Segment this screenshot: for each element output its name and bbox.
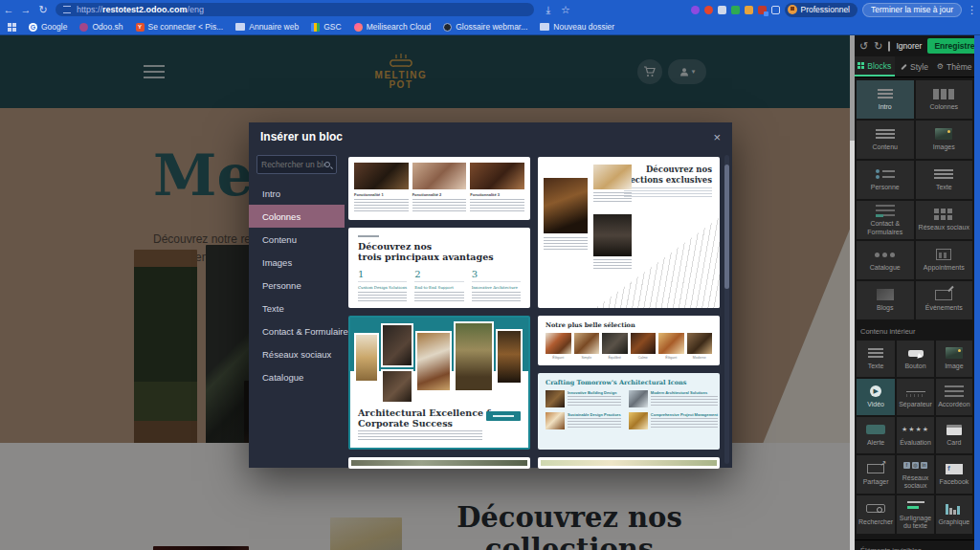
modal-scrollbar[interactable] xyxy=(724,155,729,464)
inner-surlignage[interactable]: Surlignage du texte xyxy=(897,495,934,534)
snippet-category-images[interactable]: Images xyxy=(916,121,973,159)
category-texte[interactable]: Texte xyxy=(256,297,337,319)
category-reseaux-sociaux[interactable]: Réseaux sociaux xyxy=(256,342,337,365)
inner-alerte[interactable]: Alerte xyxy=(857,417,895,453)
tab-style[interactable]: Style xyxy=(895,56,935,77)
category-personne[interactable]: Personne xyxy=(256,274,337,297)
bookmark-glossaire[interactable]: Glossaire webmar... xyxy=(443,22,527,32)
save-button[interactable]: Enregistrer xyxy=(927,38,980,54)
snippet-category-catalogue[interactable]: Catalogue xyxy=(857,241,914,279)
extension-badge-icon[interactable] xyxy=(758,6,767,14)
separator-icon xyxy=(906,391,925,398)
inner-card[interactable]: Card xyxy=(936,417,972,453)
block-search[interactable] xyxy=(256,155,337,174)
category-colonnes[interactable]: Colonnes xyxy=(249,205,345,228)
blog-icon xyxy=(877,289,894,300)
snippet-preview-advantages[interactable]: Découvrez nostrois principaux avantages … xyxy=(348,228,530,308)
snippet-category-contact[interactable]: Contact & Formulaires xyxy=(857,201,914,239)
site-settings-icon[interactable] xyxy=(63,6,71,13)
bookmarks-bar: Google Odoo.sh Se connecter < Pis... Ann… xyxy=(0,19,980,35)
tab-blocks[interactable]: Blocks xyxy=(855,56,895,77)
snippet-preview-partial[interactable] xyxy=(538,457,720,469)
inner-image[interactable]: Image xyxy=(936,341,972,377)
inner-facebook[interactable]: Facebook xyxy=(936,455,972,494)
address-bar[interactable]: https://restotest2.odoo.com/eng xyxy=(56,3,534,16)
inner-reseaux-sociaux[interactable]: f◎inRéseaux sociaux xyxy=(897,455,934,494)
folder-icon xyxy=(540,23,549,31)
snippet-preview-partial[interactable] xyxy=(348,457,530,469)
snippet-category-personne[interactable]: Personne xyxy=(857,161,914,199)
inner-rechercher[interactable]: Rechercher xyxy=(857,495,895,534)
bookmark-google[interactable]: Google xyxy=(29,22,67,32)
apps-grid-icon[interactable] xyxy=(8,23,16,32)
search-input[interactable] xyxy=(261,160,324,169)
save-page-icon[interactable]: ⤓ xyxy=(540,4,557,16)
extension-icon[interactable] xyxy=(731,6,740,14)
bookmark-annuaire-web[interactable]: Annuaire web xyxy=(235,22,299,32)
extensions-puzzle-icon[interactable] xyxy=(771,6,780,14)
inner-texte[interactable]: Texte xyxy=(857,341,895,377)
dialog-title: Insérer un bloc xyxy=(260,130,343,143)
bookmark-odoo-sh[interactable]: Odoo.sh xyxy=(79,22,122,32)
bookmark-nouveau-dossier[interactable]: Nouveau dossier xyxy=(540,22,614,32)
preview-photo xyxy=(546,333,571,354)
inner-accordeon[interactable]: Accordéon xyxy=(936,379,972,415)
preview-photo xyxy=(415,331,452,392)
gear-icon: ⚙ xyxy=(937,62,944,71)
forward-icon[interactable]: → xyxy=(17,4,34,15)
snippet-category-blogs[interactable]: Blogs xyxy=(857,281,914,319)
snippet-category-appointments[interactable]: Appointments xyxy=(916,241,973,279)
text-icon xyxy=(934,169,953,179)
snippet-category-reseaux-sociaux[interactable]: Réseaux sociaux xyxy=(916,201,973,239)
profile-chip[interactable]: Professionnel xyxy=(785,3,858,17)
snippet-preview-masonry-selected[interactable]: Architectural Excellence forCorporate Su… xyxy=(348,316,530,450)
bookmark-meilisearch[interactable]: Meilisearch Cloud xyxy=(354,22,432,32)
bookmark-star-icon[interactable]: ☆ xyxy=(557,4,574,16)
inner-bouton[interactable]: Bouton xyxy=(897,341,934,377)
extension-icon[interactable] xyxy=(704,6,713,14)
close-icon[interactable]: × xyxy=(713,130,721,144)
button-icon xyxy=(908,350,924,357)
tab-theme[interactable]: ⚙Thème xyxy=(934,56,974,77)
snippet-category-intro[interactable]: Intro xyxy=(857,80,914,119)
video-play-icon: ▶ xyxy=(870,385,881,397)
redo-icon[interactable]: ↻ xyxy=(874,40,882,53)
bookmark-se-connecter[interactable]: Se connecter < Pis... xyxy=(136,22,224,32)
snippet-category-contenu[interactable]: Contenu xyxy=(857,121,914,159)
modal-scrollbar-thumb[interactable] xyxy=(724,165,729,289)
category-images[interactable]: Images xyxy=(256,251,337,274)
category-contact-formulaires[interactable]: Contact & Formulaires xyxy=(256,319,337,342)
snippet-category-evenements[interactable]: Évènements xyxy=(916,281,973,319)
snippet-category-colonnes[interactable]: Colonnes xyxy=(916,80,973,119)
inner-graphique[interactable]: Graphique xyxy=(936,495,972,534)
category-catalogue[interactable]: Catalogue xyxy=(256,365,337,388)
url-path: /eng xyxy=(188,5,205,14)
snippet-preview-collections[interactable]: Découvrez noscollections exclusives xyxy=(538,157,720,308)
snippet-preview-selection[interactable]: Notre plus belle sélection Élégant Simpl… xyxy=(538,316,720,365)
snippet-category-texte[interactable]: Texte xyxy=(916,161,973,199)
bookmark-label: Odoo.sh xyxy=(92,22,122,32)
inner-content-label: Contenu intérieur xyxy=(855,321,974,339)
reload-icon[interactable]: ↻ xyxy=(34,4,52,16)
inner-partager[interactable]: Partager xyxy=(857,455,895,494)
finish-update-button[interactable]: Terminer la mise à jour xyxy=(862,3,962,17)
snippet-preview-three-columns[interactable]: Fonctionnalité 1 Fonctionnalité 2 Foncti… xyxy=(348,157,530,220)
undo-icon[interactable]: ↺ xyxy=(859,40,868,53)
bookmark-gsc[interactable]: GSC xyxy=(311,22,341,32)
snippet-preview-architectural-icons[interactable]: Crafting Tomorrow's Architectural Icons … xyxy=(538,373,720,450)
url-domain: restotest2.odoo.com xyxy=(102,5,188,14)
preview-photo xyxy=(381,369,413,404)
extension-icon[interactable] xyxy=(718,6,726,14)
inner-evaluation[interactable]: ★★★★Évaluation xyxy=(897,417,934,453)
columns-icon xyxy=(933,89,954,99)
inner-separateur[interactable]: Séparateur xyxy=(897,379,934,415)
extension-icon[interactable] xyxy=(745,6,753,14)
discard-button[interactable]: Ignorer xyxy=(896,41,922,51)
back-icon[interactable]: ← xyxy=(0,4,17,15)
inner-video[interactable]: ▶Vidéo xyxy=(857,379,895,415)
mobile-preview-icon[interactable] xyxy=(888,41,890,52)
category-contenu[interactable]: Contenu xyxy=(256,228,337,251)
menu-dots-icon[interactable]: ⋮ xyxy=(967,4,976,16)
category-intro[interactable]: Intro xyxy=(256,182,337,205)
extension-icon[interactable] xyxy=(691,6,700,14)
